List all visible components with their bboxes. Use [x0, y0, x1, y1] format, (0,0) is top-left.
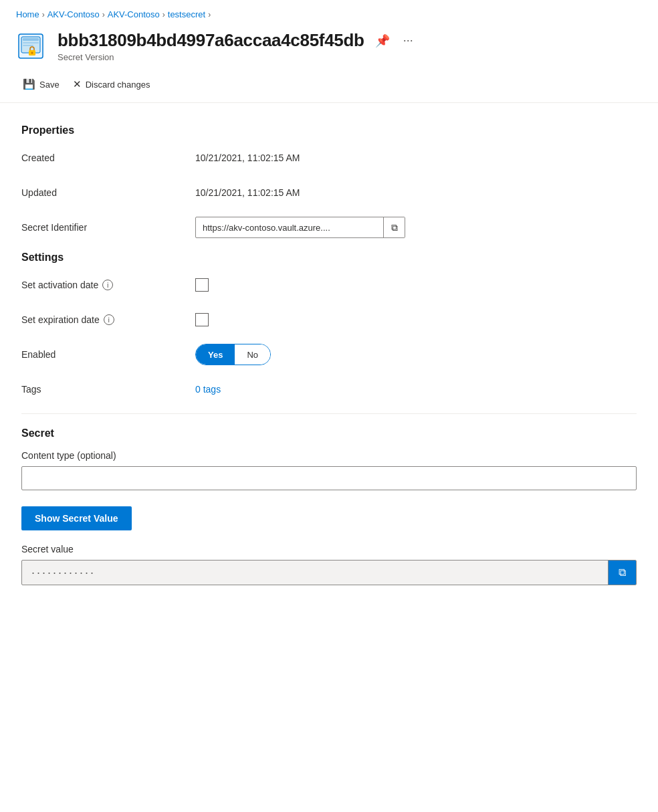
tags-label: Tags [21, 384, 195, 395]
content-type-label: Content type (optional) [21, 450, 637, 461]
breadcrumb-home[interactable]: Home [16, 9, 39, 19]
save-button[interactable]: 💾 Save [16, 74, 66, 94]
secret-id-row: Secret Identifier https://akv-contoso.va… [21, 217, 637, 238]
expiration-info-icon[interactable]: i [104, 314, 114, 325]
secret-id-label: Secret Identifier [21, 222, 195, 233]
properties-section-title: Properties [21, 124, 637, 136]
updated-value: 10/21/2021, 11:02:15 AM [195, 187, 300, 198]
breadcrumb-akv-1[interactable]: AKV-Contoso [47, 9, 100, 19]
discard-label: Discard changes [86, 80, 150, 90]
settings-section: Settings Set activation date i Set expir… [21, 251, 637, 400]
secret-value-field: ············ ⧉ [21, 560, 637, 585]
page-subtitle: Secret Version [58, 52, 642, 62]
copy-secret-value-button[interactable]: ⧉ [608, 560, 636, 585]
content-type-input[interactable] [21, 466, 637, 490]
svg-rect-2 [23, 38, 39, 41]
copy-icon: ⧉ [391, 222, 398, 233]
toggle-no-option[interactable]: No [235, 344, 270, 365]
activation-info-icon[interactable]: i [102, 280, 113, 290]
copy-secret-icon: ⧉ [619, 567, 626, 579]
created-row: Created 10/21/2021, 11:02:15 AM [21, 147, 637, 169]
breadcrumb-sep-2: › [102, 10, 105, 19]
activation-label: Set activation date i [21, 280, 195, 290]
expiration-label: Set expiration date i [21, 314, 195, 325]
updated-row: Updated 10/21/2021, 11:02:15 AM [21, 182, 637, 203]
breadcrumb-sep-4: › [208, 10, 211, 19]
page-title: bbb31809b4bd4997a6accaa4c85f45db [58, 30, 364, 51]
svg-rect-4 [23, 45, 33, 46]
discard-icon: ✕ [73, 78, 82, 90]
updated-label: Updated [21, 187, 195, 198]
breadcrumb-akv-2[interactable]: AKV-Contoso [108, 9, 160, 19]
activation-checkbox[interactable] [195, 278, 209, 292]
copy-secret-id-button[interactable]: ⧉ [383, 217, 405, 238]
pin-icon[interactable]: 📌 [372, 31, 393, 51]
svg-rect-3 [23, 42, 39, 43]
tags-link[interactable]: 0 tags [195, 384, 221, 395]
show-secret-button[interactable]: Show Secret Value [21, 506, 132, 530]
secret-id-value: https://akv-contoso.vault.azure.... [196, 223, 383, 233]
settings-section-title: Settings [21, 251, 637, 264]
breadcrumb-sep-1: › [42, 10, 45, 19]
secret-id-field: https://akv-contoso.vault.azure.... ⧉ [195, 217, 405, 238]
discard-button[interactable]: ✕ Discard changes [66, 74, 157, 94]
created-value: 10/21/2021, 11:02:15 AM [195, 153, 300, 163]
save-icon: 💾 [23, 78, 35, 90]
properties-section: Properties Created 10/21/2021, 11:02:15 … [21, 124, 637, 238]
breadcrumb: Home › AKV-Contoso › AKV-Contoso › tests… [0, 0, 658, 26]
svg-point-6 [31, 52, 33, 54]
breadcrumb-sep-3: › [162, 10, 165, 19]
breadcrumb-testsecret[interactable]: testsecret [168, 9, 205, 19]
enabled-label: Enabled [21, 349, 195, 360]
expiration-checkbox[interactable] [195, 313, 209, 326]
tags-row: Tags 0 tags [21, 379, 637, 400]
enabled-row: Enabled Yes No [21, 344, 637, 365]
save-label: Save [39, 80, 60, 90]
secret-section: Secret Content type (optional) Show Secr… [21, 427, 637, 585]
secret-value-dots: ············ [22, 566, 608, 580]
main-content: Properties Created 10/21/2021, 11:02:15 … [0, 103, 658, 601]
created-label: Created [21, 153, 195, 163]
more-options-icon[interactable]: ··· [401, 31, 416, 50]
secret-value-label: Secret value [21, 544, 637, 554]
toolbar: 💾 Save ✕ Discard changes [0, 69, 658, 103]
activation-row: Set activation date i [21, 274, 637, 296]
toggle-yes-option[interactable]: Yes [196, 344, 235, 365]
page-header: bbb31809b4bd4997a6accaa4c85f45db 📌 ··· S… [0, 26, 658, 69]
keyvault-icon [16, 30, 48, 62]
enabled-toggle[interactable]: Yes No [195, 344, 271, 365]
expiration-row: Set expiration date i [21, 309, 637, 330]
section-divider [21, 413, 637, 414]
page-title-block: bbb31809b4bd4997a6accaa4c85f45db 📌 ··· S… [58, 30, 642, 62]
secret-section-title: Secret [21, 427, 637, 439]
